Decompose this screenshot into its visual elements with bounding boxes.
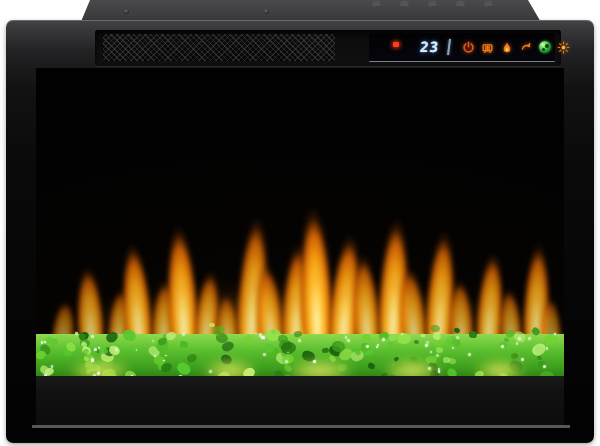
temperature-display: 23: [404, 38, 440, 56]
flames-layer: [36, 114, 564, 344]
glass-crystal: [293, 330, 302, 338]
sparkle: [438, 370, 441, 373]
sparkle: [430, 351, 432, 353]
flame-effect-icon: [520, 41, 532, 53]
sparkle: [285, 360, 288, 363]
glass-crystal: [321, 347, 328, 353]
product-photo: 23: [0, 0, 600, 446]
sparkle: [347, 339, 350, 342]
sparkle: [456, 336, 459, 339]
power-icon: [462, 41, 475, 54]
flame-icon: [501, 41, 513, 54]
sparkle: [136, 349, 138, 351]
flame-effect-button[interactable]: [518, 39, 533, 55]
sparkle: [468, 353, 471, 356]
status-led: [393, 42, 399, 47]
sparkle: [255, 333, 257, 335]
glass-crystal: [386, 341, 394, 348]
touch-controls: [461, 39, 571, 55]
sparkle: [263, 353, 266, 356]
sparkle: [98, 347, 100, 349]
display-divider: [447, 39, 451, 55]
hearth-panel: [36, 376, 564, 425]
color-theme-button[interactable]: [537, 39, 552, 55]
sparkle: [182, 333, 185, 336]
sparkle: [382, 338, 385, 341]
glass-crystal: [368, 362, 377, 370]
sparkle: [165, 355, 167, 357]
sparkle: [428, 367, 431, 370]
firebox: [36, 68, 564, 396]
glass-crystal: [414, 340, 419, 344]
sparkle: [75, 332, 78, 335]
sparkle: [97, 372, 100, 375]
sparkle: [516, 342, 518, 344]
sparkle: [546, 347, 549, 350]
color-theme-icon: [539, 41, 551, 53]
mounting-tab: [372, 1, 381, 6]
sparkle: [421, 334, 424, 337]
sparkle: [528, 337, 531, 340]
glass-crystal: [436, 347, 444, 353]
power-button[interactable]: [461, 39, 476, 55]
sparkle: [376, 346, 378, 348]
sparkle: [345, 336, 348, 339]
mounting-tab: [400, 1, 409, 6]
sparkle: [298, 339, 301, 342]
sparkle: [366, 345, 369, 348]
sparkle: [152, 340, 154, 342]
heater-vent-grille: [103, 34, 335, 61]
sparkle: [452, 347, 454, 349]
glass-crystal: [280, 340, 297, 355]
mounting-tab: [428, 1, 437, 6]
brightness-button[interactable]: [556, 39, 571, 55]
fireplace-frame: 23: [6, 20, 594, 443]
screw-icon: [124, 9, 129, 14]
glass-crystal: [208, 322, 214, 327]
sparkle: [501, 345, 504, 348]
sparkle: [426, 341, 429, 344]
brightness-icon: [557, 41, 570, 54]
sparkle: [44, 341, 46, 343]
screw-icon: [264, 9, 269, 14]
sparkle: [41, 341, 43, 343]
sparkle: [51, 365, 54, 368]
sparkle: [436, 354, 439, 357]
mounting-tab: [456, 1, 465, 6]
heater-button[interactable]: [480, 39, 495, 55]
sparkle: [543, 365, 546, 368]
glass-crystal: [180, 341, 189, 349]
glass-crystal: [332, 340, 346, 351]
vent-strip: 23: [95, 30, 561, 66]
sparkle: [521, 358, 524, 361]
bottom-trim-line: [32, 425, 570, 428]
sparkle: [313, 360, 316, 363]
control-panel: 23: [369, 33, 555, 62]
glass-crystal: [242, 334, 256, 347]
sparkle: [518, 337, 521, 340]
sparkle: [91, 335, 94, 338]
mounting-tab: [484, 1, 493, 6]
glass-crystal: [186, 352, 199, 365]
heater-icon: [481, 41, 494, 54]
sparkle: [91, 358, 94, 361]
sparkle: [259, 333, 262, 336]
glass-crystal: [361, 334, 371, 342]
glass-crystal: [396, 332, 411, 344]
sparkle: [425, 344, 428, 347]
flame-button[interactable]: [499, 39, 514, 55]
